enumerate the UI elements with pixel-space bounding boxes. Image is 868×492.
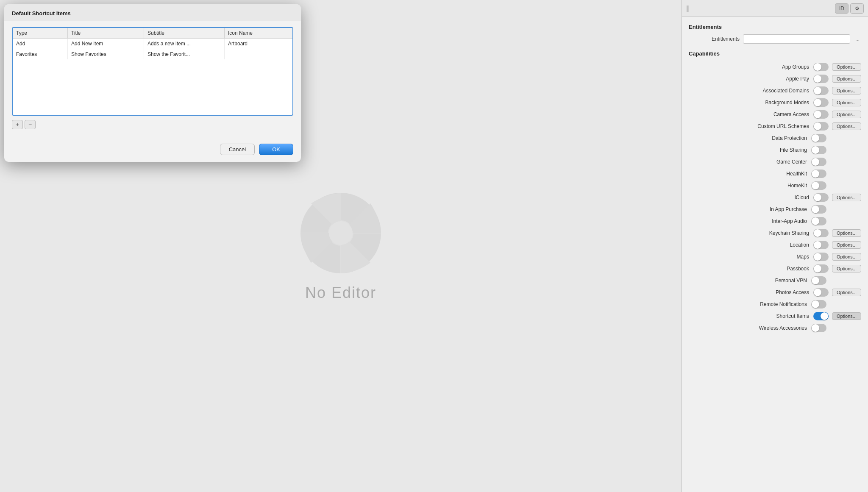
capability-toggle[interactable] (811, 181, 826, 190)
options-button[interactable]: Options... (832, 265, 861, 272)
modal-title: Default Shortcut Items (12, 10, 71, 17)
capability-name: Wireless Accessories (689, 325, 811, 331)
options-button[interactable]: Options... (832, 194, 861, 201)
toggle-knob (812, 277, 819, 284)
capability-row: Keychain SharingOptions... (689, 227, 861, 239)
capability-toggle[interactable] (811, 134, 826, 142)
table-cell: Show Favorites (68, 49, 144, 59)
capability-toggle[interactable] (813, 63, 829, 71)
capability-toggle[interactable] (813, 98, 829, 107)
capability-name: HealthKit (689, 171, 811, 177)
options-button[interactable]: Options... (832, 289, 861, 296)
col-title: Title (68, 28, 144, 38)
options-button[interactable]: Options... (832, 99, 861, 106)
toggle-knob (814, 87, 821, 95)
gear-button[interactable]: ⚙ (850, 3, 864, 14)
capability-toggle[interactable] (813, 312, 829, 320)
id-button[interactable]: ID (835, 3, 849, 14)
table-header: Type Title Subtitle Icon Name (13, 28, 292, 39)
modal-actions: Cancel OK (4, 139, 301, 162)
capability-toggle[interactable] (813, 110, 829, 119)
capability-name: Personal VPN (689, 278, 811, 284)
capability-row: Wireless Accessories (689, 322, 861, 334)
modal-titlebar: Default Shortcut Items (4, 4, 301, 21)
table-cell: Adds a new item ... (144, 39, 225, 49)
capability-toggle[interactable] (811, 217, 826, 225)
options-button[interactable]: Options... (832, 312, 861, 320)
options-button[interactable]: Options... (832, 63, 861, 71)
table-row[interactable]: AddAdd New ItemAdds a new item ...Artboa… (13, 39, 292, 49)
modal-body: Type Title Subtitle Icon Name AddAdd New… (4, 21, 301, 139)
toggle-knob (812, 300, 819, 308)
capability-row: LocationOptions... (689, 239, 861, 251)
entitlements-more-button[interactable]: ... (854, 35, 861, 43)
capability-toggle[interactable] (811, 324, 826, 332)
modal-overlay: Default Shortcut Items Type Title Subtit… (0, 0, 301, 492)
capability-name: Maps (689, 254, 813, 260)
capability-toggle[interactable] (813, 241, 829, 249)
options-button[interactable]: Options... (832, 122, 861, 130)
options-button[interactable]: Options... (832, 75, 861, 83)
capability-row: Camera AccessOptions... (689, 108, 861, 120)
capabilities-section-title: Capabilities (689, 50, 861, 57)
toggle-knob (812, 182, 819, 189)
capability-toggle[interactable] (811, 276, 826, 285)
toggle-knob (814, 122, 821, 130)
capability-toggle[interactable] (813, 229, 829, 237)
capability-name: Apple Pay (689, 76, 813, 82)
no-editor-icon (298, 191, 383, 275)
capability-name: Custom URL Schemes (689, 123, 813, 129)
capability-name: Associated Domains (689, 88, 813, 94)
entitlements-field[interactable] (743, 34, 850, 44)
capability-name: Game Center (689, 159, 811, 165)
app-window: No Editor Default Shortcut Items Type Ti… (0, 0, 868, 492)
capability-name: Remote Notifications (689, 301, 811, 307)
capability-name: Camera Access (689, 111, 813, 117)
capability-row: iCloudOptions... (689, 192, 861, 203)
options-button[interactable]: Options... (832, 87, 861, 95)
add-row-button[interactable]: + (12, 120, 23, 129)
table-cell: Add New Item (68, 39, 144, 49)
toggle-knob (821, 312, 828, 320)
capability-toggle[interactable] (813, 86, 829, 95)
toggle-knob (814, 99, 821, 106)
capability-toggle[interactable] (811, 300, 826, 309)
entitlements-label: Entitlements (689, 36, 740, 42)
table-cell: Show the Favorit... (144, 49, 225, 59)
capability-toggle[interactable] (813, 75, 829, 83)
capability-row: Custom URL SchemesOptions... (689, 120, 861, 132)
capability-name: Data Protection (689, 135, 811, 141)
toggle-knob (812, 158, 819, 166)
options-button[interactable]: Options... (832, 241, 861, 249)
toggle-knob (814, 75, 821, 83)
capability-toggle[interactable] (811, 158, 826, 166)
options-button[interactable]: Options... (832, 229, 861, 237)
capabilities-list: App GroupsOptions...Apple PayOptions...A… (689, 61, 861, 334)
capability-row: HomeKit (689, 180, 861, 192)
toggle-knob (812, 170, 819, 178)
capability-toggle[interactable] (813, 122, 829, 131)
ok-button[interactable]: OK (259, 144, 293, 155)
capability-toggle[interactable] (811, 170, 826, 178)
table-row[interactable]: FavoritesShow FavoritesShow the Favorit.… (13, 49, 292, 59)
right-panel: ||| ID ⚙ Entitlements Entitlements ... C… (682, 0, 868, 492)
capability-row: HealthKit (689, 168, 861, 180)
capability-toggle[interactable] (813, 288, 829, 297)
cancel-button[interactable]: Cancel (220, 144, 255, 155)
capability-toggle[interactable] (811, 205, 826, 214)
toggle-knob (814, 253, 821, 261)
capability-name: App Groups (689, 64, 813, 70)
capability-toggle[interactable] (813, 253, 829, 261)
capability-row: Data Protection (689, 132, 861, 144)
options-button[interactable]: Options... (832, 253, 861, 261)
options-button[interactable]: Options... (832, 111, 861, 118)
modal-bottom-toolbar: + − (12, 120, 293, 133)
toggle-knob (814, 229, 821, 237)
entitlements-row: Entitlements ... (689, 34, 861, 44)
remove-row-button[interactable]: − (25, 120, 36, 129)
capability-toggle[interactable] (811, 146, 826, 154)
capability-toggle[interactable] (813, 264, 829, 273)
table-cell (225, 49, 292, 59)
capability-toggle[interactable] (813, 193, 829, 202)
col-subtitle: Subtitle (144, 28, 225, 38)
